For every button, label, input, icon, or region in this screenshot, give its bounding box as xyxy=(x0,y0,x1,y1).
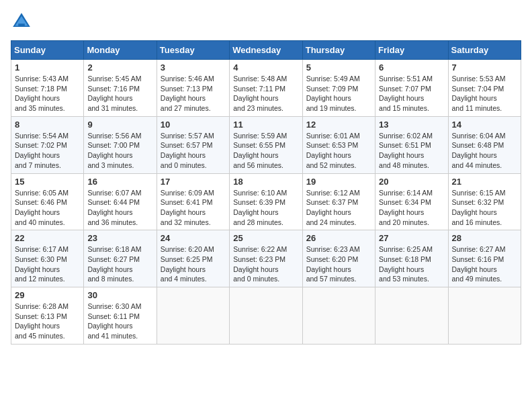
page-header xyxy=(11,11,521,32)
day-info: Sunrise: 5:59 AMSunset: 6:55 PMDaylight … xyxy=(233,132,287,169)
day-number: 2 xyxy=(87,62,152,73)
weekday-header: Sunday xyxy=(11,41,84,60)
day-info: Sunrise: 6:10 AMSunset: 6:39 PMDaylight … xyxy=(233,189,287,226)
day-number: 24 xyxy=(161,233,226,243)
day-number: 13 xyxy=(379,120,444,130)
day-number: 11 xyxy=(233,120,298,130)
day-number: 26 xyxy=(306,233,371,243)
calendar-cell: 22Sunrise: 6:17 AMSunset: 6:30 PMDayligh… xyxy=(11,230,84,287)
day-info: Sunrise: 5:57 AMSunset: 6:57 PMDaylight … xyxy=(161,132,214,169)
calendar-cell: 18Sunrise: 6:10 AMSunset: 6:39 PMDayligh… xyxy=(230,173,302,230)
calendar-cell: 17Sunrise: 6:09 AMSunset: 6:41 PMDayligh… xyxy=(157,173,229,230)
calendar-cell: 6Sunrise: 5:51 AMSunset: 7:07 PMDaylight… xyxy=(375,60,448,117)
calendar-cell: 5Sunrise: 5:49 AMSunset: 7:09 PMDaylight… xyxy=(302,60,375,117)
day-info: Sunrise: 6:23 AMSunset: 6:20 PMDaylight … xyxy=(306,245,360,283)
calendar-cell: 15Sunrise: 6:05 AMSunset: 6:46 PMDayligh… xyxy=(11,173,84,230)
day-number: 30 xyxy=(87,290,152,300)
day-number: 3 xyxy=(161,62,226,73)
day-number: 27 xyxy=(379,233,444,243)
day-number: 25 xyxy=(233,233,298,243)
day-info: Sunrise: 6:12 AMSunset: 6:37 PMDaylight … xyxy=(306,189,360,226)
calendar-cell: 14Sunrise: 6:04 AMSunset: 6:48 PMDayligh… xyxy=(448,116,521,173)
day-number: 1 xyxy=(15,62,80,73)
calendar-table: SundayMondayTuesdayWednesdayThursdayFrid… xyxy=(11,40,521,345)
day-info: Sunrise: 5:45 AMSunset: 7:16 PMDaylight … xyxy=(87,75,141,112)
calendar-cell: 27Sunrise: 6:25 AMSunset: 6:18 PMDayligh… xyxy=(375,230,448,287)
calendar-cell: 3Sunrise: 5:46 AMSunset: 7:13 PMDaylight… xyxy=(157,60,229,117)
day-number: 21 xyxy=(452,177,517,187)
calendar-cell: 24Sunrise: 6:20 AMSunset: 6:25 PMDayligh… xyxy=(157,230,229,287)
calendar-cell: 25Sunrise: 6:22 AMSunset: 6:23 PMDayligh… xyxy=(230,230,302,287)
day-number: 10 xyxy=(161,120,226,130)
day-number: 18 xyxy=(233,177,298,187)
weekday-header: Friday xyxy=(375,41,448,60)
day-info: Sunrise: 5:54 AMSunset: 7:02 PMDaylight … xyxy=(15,132,69,169)
calendar-cell: 12Sunrise: 6:01 AMSunset: 6:53 PMDayligh… xyxy=(302,116,375,173)
day-info: Sunrise: 6:20 AMSunset: 6:25 PMDaylight … xyxy=(161,245,214,283)
day-info: Sunrise: 6:17 AMSunset: 6:30 PMDaylight … xyxy=(15,245,69,283)
calendar-cell: 9Sunrise: 5:56 AMSunset: 7:00 PMDaylight… xyxy=(84,116,157,173)
day-number: 4 xyxy=(233,62,298,73)
day-info: Sunrise: 6:30 AMSunset: 6:11 PMDaylight … xyxy=(87,302,141,340)
calendar-cell: 20Sunrise: 6:14 AMSunset: 6:34 PMDayligh… xyxy=(375,173,448,230)
day-info: Sunrise: 6:22 AMSunset: 6:23 PMDaylight … xyxy=(233,245,287,283)
day-number: 16 xyxy=(87,177,152,187)
calendar-cell xyxy=(375,287,448,345)
day-info: Sunrise: 6:07 AMSunset: 6:44 PMDaylight … xyxy=(87,189,141,226)
calendar-cell xyxy=(448,287,521,345)
day-number: 6 xyxy=(379,62,444,73)
day-info: Sunrise: 6:27 AMSunset: 6:16 PMDaylight … xyxy=(452,245,506,283)
day-number: 20 xyxy=(379,177,444,187)
calendar-cell xyxy=(157,287,229,345)
calendar-cell: 10Sunrise: 5:57 AMSunset: 6:57 PMDayligh… xyxy=(157,116,229,173)
day-number: 9 xyxy=(87,120,152,130)
day-info: Sunrise: 5:48 AMSunset: 7:11 PMDaylight … xyxy=(233,75,287,112)
weekday-header: Saturday xyxy=(448,41,521,60)
calendar-cell: 1Sunrise: 5:43 AMSunset: 7:18 PMDaylight… xyxy=(11,60,84,117)
svg-rect-2 xyxy=(18,24,25,27)
weekday-header: Tuesday xyxy=(157,41,229,60)
weekday-header: Thursday xyxy=(302,41,375,60)
day-info: Sunrise: 6:15 AMSunset: 6:32 PMDaylight … xyxy=(452,189,506,226)
day-info: Sunrise: 5:53 AMSunset: 7:04 PMDaylight … xyxy=(452,75,506,112)
calendar-cell: 30Sunrise: 6:30 AMSunset: 6:11 PMDayligh… xyxy=(84,287,157,345)
day-info: Sunrise: 5:49 AMSunset: 7:09 PMDaylight … xyxy=(306,75,360,112)
day-info: Sunrise: 6:05 AMSunset: 6:46 PMDaylight … xyxy=(15,189,69,226)
logo-icon xyxy=(11,11,32,32)
calendar-cell: 7Sunrise: 5:53 AMSunset: 7:04 PMDaylight… xyxy=(448,60,521,117)
weekday-header: Monday xyxy=(84,41,157,60)
day-number: 22 xyxy=(15,233,80,243)
day-info: Sunrise: 6:25 AMSunset: 6:18 PMDaylight … xyxy=(379,245,433,283)
day-number: 17 xyxy=(161,177,226,187)
day-number: 8 xyxy=(15,120,80,130)
day-info: Sunrise: 5:46 AMSunset: 7:13 PMDaylight … xyxy=(161,75,214,112)
weekday-header: Wednesday xyxy=(230,41,302,60)
calendar-cell: 2Sunrise: 5:45 AMSunset: 7:16 PMDaylight… xyxy=(84,60,157,117)
calendar-cell: 29Sunrise: 6:28 AMSunset: 6:13 PMDayligh… xyxy=(11,287,84,345)
calendar-cell: 28Sunrise: 6:27 AMSunset: 6:16 PMDayligh… xyxy=(448,230,521,287)
day-number: 28 xyxy=(452,233,517,243)
calendar-cell: 26Sunrise: 6:23 AMSunset: 6:20 PMDayligh… xyxy=(302,230,375,287)
calendar-cell: 23Sunrise: 6:18 AMSunset: 6:27 PMDayligh… xyxy=(84,230,157,287)
day-number: 15 xyxy=(15,177,80,187)
day-info: Sunrise: 5:51 AMSunset: 7:07 PMDaylight … xyxy=(379,75,433,112)
calendar-cell: 19Sunrise: 6:12 AMSunset: 6:37 PMDayligh… xyxy=(302,173,375,230)
day-number: 5 xyxy=(306,62,371,73)
day-info: Sunrise: 6:09 AMSunset: 6:41 PMDaylight … xyxy=(161,189,214,226)
calendar-cell: 13Sunrise: 6:02 AMSunset: 6:51 PMDayligh… xyxy=(375,116,448,173)
day-info: Sunrise: 5:56 AMSunset: 7:00 PMDaylight … xyxy=(87,132,141,169)
day-number: 12 xyxy=(306,120,371,130)
day-info: Sunrise: 6:28 AMSunset: 6:13 PMDaylight … xyxy=(15,302,69,340)
day-info: Sunrise: 6:18 AMSunset: 6:27 PMDaylight … xyxy=(87,245,141,283)
logo xyxy=(11,11,35,32)
calendar-cell: 21Sunrise: 6:15 AMSunset: 6:32 PMDayligh… xyxy=(448,173,521,230)
day-number: 7 xyxy=(452,62,517,73)
day-info: Sunrise: 6:02 AMSunset: 6:51 PMDaylight … xyxy=(379,132,433,169)
day-number: 14 xyxy=(452,120,517,130)
calendar-cell: 4Sunrise: 5:48 AMSunset: 7:11 PMDaylight… xyxy=(230,60,302,117)
calendar-cell xyxy=(302,287,375,345)
day-info: Sunrise: 6:01 AMSunset: 6:53 PMDaylight … xyxy=(306,132,360,169)
day-info: Sunrise: 6:04 AMSunset: 6:48 PMDaylight … xyxy=(452,132,506,169)
calendar-cell: 16Sunrise: 6:07 AMSunset: 6:44 PMDayligh… xyxy=(84,173,157,230)
calendar-cell xyxy=(230,287,302,345)
